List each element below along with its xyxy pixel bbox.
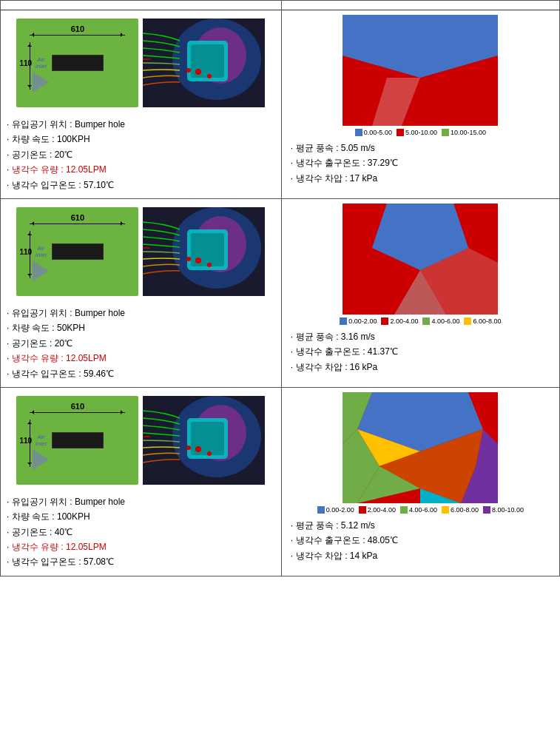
legend-item: 6.00-8.00 <box>464 317 501 325</box>
condition-item: · 냉각수 입구온도 : 57.08℃ <box>7 554 275 569</box>
engine-diagram-0 <box>143 19 265 107</box>
result-item: · 냉각수 차압 : 16 kPa <box>291 360 553 374</box>
legend-swatch <box>340 317 347 325</box>
legend-1: 0.00-2.002.00-4.004.00-6.006.00-8.00 <box>340 317 501 325</box>
legend-label: 0.00-5.00 <box>364 129 392 136</box>
legend-swatch <box>317 506 325 514</box>
result-cell-1: 0.00-2.002.00-4.004.00-6.006.00-8.00· 평균… <box>281 198 559 387</box>
radiator-block <box>52 243 104 260</box>
condition-cell-2: 610 110 AirInlet <box>1 387 282 576</box>
legend-item: 4.00-6.00 <box>422 317 459 325</box>
result-item: · 냉각수 출구온도 : 48.05℃ <box>291 533 553 548</box>
air-inlet: AirInlet <box>33 57 49 93</box>
legend-item: 4.00-6.00 <box>400 506 437 514</box>
svg-point-42 <box>186 446 191 450</box>
legend-item: 8.00-10.00 <box>483 506 524 514</box>
dim-width-label: 610 <box>71 24 84 33</box>
air-arrow <box>33 449 49 470</box>
header-condition <box>1 1 282 10</box>
legend-swatch <box>355 129 362 136</box>
condition-item: · 차량 속도 : 50KPH <box>7 320 275 335</box>
condition-item: · 유입공기 위치 : Bumper hole <box>7 117 275 132</box>
dim-arrow-v <box>30 42 30 90</box>
colormap-1 <box>343 204 498 315</box>
radiator-block <box>52 432 104 448</box>
legend-swatch <box>400 506 408 514</box>
condition-item: · 냉각수 유량 : 12.05LPM <box>7 351 275 366</box>
radiator-block <box>52 55 104 71</box>
legend-swatch <box>381 317 388 325</box>
diagram-area-1: 610 110 AirInlet <box>7 204 275 300</box>
legend-label: 5.00-10.00 <box>405 129 437 136</box>
legend-swatch <box>442 129 449 136</box>
engine-svg <box>143 396 265 485</box>
condition-item: · 유입공기 위치 : Bumper hole <box>7 494 275 509</box>
condition-cell-0: 610 110 AirInlet <box>1 10 282 199</box>
svg-point-40 <box>195 446 201 452</box>
dim-width-label: 610 <box>71 402 84 411</box>
condition-item: · 차량 속도 : 100KPH <box>7 509 275 524</box>
legend-item: 0.00-5.00 <box>355 129 392 136</box>
svg-point-6 <box>207 74 212 78</box>
legend-item: 10.00-15.00 <box>442 129 486 136</box>
main-table: 610 110 AirInlet <box>0 0 560 576</box>
colormap-2 <box>343 392 498 503</box>
legend-label: 4.00-6.00 <box>409 506 437 514</box>
result-item: · 냉각수 차압 : 14 kPa <box>291 548 553 563</box>
legend-label: 6.00-8.00 <box>451 506 479 514</box>
air-arrow <box>33 260 49 281</box>
legend-item: 0.00-2.00 <box>340 317 377 325</box>
header-result <box>281 1 559 10</box>
table-row: 610 110 AirInlet <box>1 387 560 576</box>
result-text-1: · 평균 풍속 : 3.16 m/s· 냉각수 출구온도 : 41.37℃· 냉… <box>288 329 553 374</box>
condition-item: · 차량 속도 : 100KPH <box>7 132 275 147</box>
table-row: 610 110 AirInlet <box>1 10 560 199</box>
result-item: · 냉각수 차압 : 17 kPa <box>291 171 553 186</box>
schematic-box-2: 610 110 AirInlet <box>16 396 138 485</box>
condition-item: · 공기온도 : 40℃ <box>7 525 275 539</box>
colormap-0 <box>343 15 498 126</box>
condition-item: · 냉각수 유량 : 12.05LPM <box>7 162 275 177</box>
legend-swatch <box>483 506 490 514</box>
air-inlet: AirInlet <box>33 246 49 281</box>
condition-text-0: · 유입공기 위치 : Bumper hole· 차량 속도 : 100KPH·… <box>7 117 275 192</box>
result-item: · 평균 풍속 : 3.16 m/s <box>291 329 553 344</box>
legend-item: 2.00-4.00 <box>381 317 418 325</box>
condition-cell-1: 610 110 AirInlet <box>1 198 282 387</box>
svg-point-25 <box>195 258 201 263</box>
legend-item: 6.00-8.00 <box>442 506 479 514</box>
air-arrow <box>33 72 49 93</box>
dim-arrow-h <box>30 223 125 224</box>
condition-item: · 유입공기 위치 : Bumper hole <box>7 306 275 320</box>
engine-svg <box>143 207 265 296</box>
engine-svg <box>143 19 265 107</box>
result-cell-0: 0.00-5.005.00-10.0010.00-15.00· 평균 풍속 : … <box>281 10 559 199</box>
table-row: 610 110 AirInlet <box>1 198 560 387</box>
legend-label: 2.00-4.00 <box>368 506 396 514</box>
result-text-0: · 평균 풍속 : 5.05 m/s· 냉각수 출구온도 : 37.29℃· 냉… <box>288 141 553 186</box>
legend-item: 5.00-10.00 <box>397 129 437 136</box>
diagram-area-2: 610 110 AirInlet <box>7 392 275 488</box>
condition-item: · 냉각수 유량 : 12.05LPM <box>7 539 275 554</box>
legend-swatch <box>359 506 366 514</box>
legend-swatch <box>397 129 404 136</box>
engine-diagram-2 <box>143 396 265 485</box>
result-item: · 냉각수 출구온도 : 41.37℃ <box>291 344 553 359</box>
legend-label: 0.00-2.00 <box>348 317 377 325</box>
svg-point-26 <box>207 263 212 267</box>
highlight-text: 냉각수 유량 : 12.05LPM <box>12 542 107 552</box>
legend-label: 6.00-8.00 <box>473 317 501 325</box>
svg-point-27 <box>186 257 191 261</box>
legend-2: 0.00-2.002.00-4.004.00-6.006.00-8.008.00… <box>317 506 524 514</box>
svg-point-41 <box>207 451 212 456</box>
svg-point-5 <box>195 69 201 75</box>
legend-item: 2.00-4.00 <box>359 506 396 514</box>
condition-item: · 공기온도 : 20℃ <box>7 336 275 351</box>
result-item: · 평균 풍속 : 5.05 m/s <box>291 141 553 155</box>
legend-0: 0.00-5.005.00-10.0010.00-15.00 <box>355 129 486 136</box>
result-text-2: · 평균 풍속 : 5.12 m/s· 냉각수 출구온도 : 48.05℃· 냉… <box>288 518 553 563</box>
legend-swatch <box>464 317 471 325</box>
schematic-box-1: 610 110 AirInlet <box>16 207 138 296</box>
legend-label: 4.00-6.00 <box>431 317 459 325</box>
legend-item: 0.00-2.00 <box>317 506 354 514</box>
